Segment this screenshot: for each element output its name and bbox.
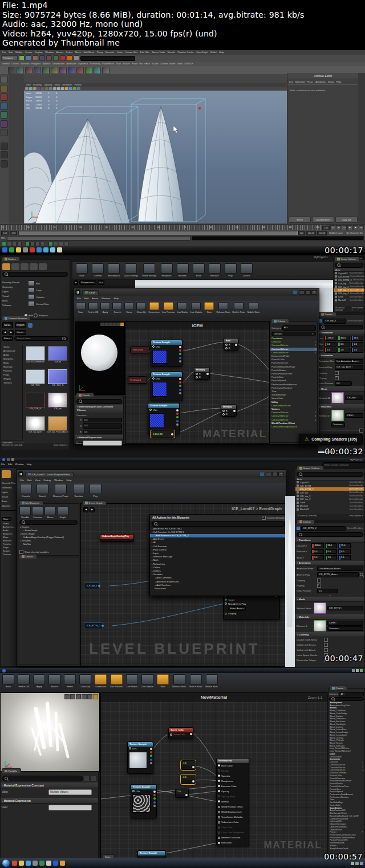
view-options-button[interactable]: View Options (352, 307, 363, 311)
maximize-button[interactable]: □ (272, 472, 278, 476)
z-field[interactable]: 1.0 (351, 348, 364, 353)
shelf-tool-icon[interactable] (25, 67, 33, 74)
shelf-tab[interactable]: Polygons (31, 62, 40, 66)
add-button[interactable]: Function (32, 507, 43, 519)
toolbar-button[interactable]: Connectors (148, 302, 160, 318)
category-dropdown[interactable]: All (282, 325, 316, 331)
toolbar-button[interactable]: Search (112, 302, 122, 318)
toolbar-button[interactable]: Stats (157, 674, 169, 691)
shelf-tab[interactable]: DMM (177, 62, 182, 66)
constant-value-field[interactable]: 0.5 (83, 423, 122, 429)
shelf-tab[interactable]: Curves (11, 62, 19, 66)
toolbar-button[interactable]: Release Stats (216, 302, 230, 318)
toolbar-button[interactable]: Marketplace (108, 263, 120, 278)
asset-thumbnail[interactable] (26, 416, 45, 431)
z-field[interactable]: 0.0 (351, 342, 364, 347)
material-dropdown[interactable]: ICEM (345, 413, 363, 418)
outliner-search-input[interactable] (335, 263, 363, 268)
asset-thumbnail[interactable] (26, 393, 45, 407)
constant-node[interactable]: 0.5 (181, 775, 196, 784)
wireframe-icon[interactable] (53, 87, 56, 91)
maya-menu-item[interactable]: File (2, 51, 6, 54)
modes-category[interactable]: Recently Placed (1, 480, 17, 485)
command-field[interactable] (80, 56, 135, 61)
snap-icon[interactable] (26, 55, 31, 61)
actor-row[interactable]: Mesh002StaticMeshActo (295, 508, 364, 511)
tray-icon[interactable] (356, 669, 359, 672)
geometry-placement-icon[interactable] (30, 263, 38, 270)
attribute-editor-button[interactable]: Load Attributes (312, 217, 334, 223)
menu-item[interactable]: Edit (84, 297, 88, 300)
folder-item[interactable]: Materials (1, 365, 22, 369)
maya-menu-item[interactable]: Mesh (75, 51, 81, 54)
snap-icon[interactable] (19, 55, 25, 61)
view-options-button[interactable]: View Options (349, 515, 363, 519)
modes-category[interactable]: Geometry (1, 284, 26, 289)
tray-icon[interactable] (360, 669, 363, 672)
minimize-button[interactable]: – (266, 472, 271, 476)
material-input-pin[interactable]: Metallic (217, 768, 249, 773)
materials-section-header[interactable]: Materials (295, 614, 364, 620)
context-sensitive-checkbox[interactable] (262, 516, 266, 520)
attribute-editor-menu-item[interactable]: List (289, 80, 293, 83)
shelf-tool-icon[interactable] (34, 67, 41, 74)
anim-layer-dropdown[interactable]: No Anim Layer (328, 231, 344, 235)
maya-menu-item[interactable]: Select (66, 51, 73, 54)
z-field[interactable]: 1.0 (338, 555, 351, 560)
scene-color-node[interactable]: Scene Color SceneColor (168, 727, 193, 739)
mesh-section-header[interactable]: Mesh (318, 386, 364, 392)
volumes-placement-icon[interactable] (39, 263, 47, 270)
x-field[interactable]: 1.0 (325, 348, 337, 353)
minimize-button[interactable]: – (299, 290, 305, 295)
palette-item[interactable]: ConstantScalingDistance (270, 425, 317, 429)
layout-four-icon[interactable] (1, 151, 8, 158)
add-button[interactable]: Macro (44, 507, 56, 519)
toolbar-button[interactable]: Play (90, 484, 102, 500)
y-field[interactable]: 0.0 (338, 342, 350, 347)
palette-search-input[interactable] (329, 697, 364, 702)
right-cone-mesh[interactable] (138, 107, 184, 222)
y-field[interactable]: 460.0 (338, 336, 350, 341)
shelf-tool-icon[interactable] (42, 67, 50, 74)
placeable-item[interactable]: Cone (27, 287, 69, 294)
taskbar-app-icon[interactable] (12, 861, 17, 866)
perspective-dropdown[interactable]: Perspective (79, 280, 96, 286)
viewport-menu-item[interactable]: Lighting (44, 83, 52, 86)
history-icon[interactable] (33, 55, 38, 61)
toolbar-button[interactable]: Built-In Stats (189, 674, 202, 691)
material-graph[interactable]: NewMaterial Zoom 1:1 Texture Sample UVs (100, 692, 327, 859)
attribute-editor-button[interactable]: Select (289, 217, 311, 223)
viewport-menu-item[interactable]: Show (54, 83, 60, 86)
event-node[interactable]: OnActorBeginOverlap(Trig (100, 534, 134, 542)
details-search-input[interactable] (76, 399, 122, 404)
toolbar-button[interactable]: Simulate (73, 484, 85, 500)
shaded-icon[interactable] (57, 87, 60, 91)
last-tool-icon[interactable] (1, 129, 8, 136)
start-button[interactable] (2, 669, 6, 673)
material-thumbnail[interactable] (314, 620, 326, 631)
taskbar-app-icon[interactable] (26, 861, 31, 866)
select-tool-icon[interactable] (1, 76, 8, 83)
layout-single-icon[interactable] (1, 142, 8, 150)
menu-item[interactable]: Help (113, 297, 119, 300)
menu-item[interactable]: Asset (92, 297, 98, 300)
shelf-tab[interactable]: Bullet (169, 62, 175, 66)
asset-thumbnail[interactable] (48, 416, 67, 431)
toolbar-button[interactable]: Connectors (95, 674, 107, 691)
asset-tab[interactable]: ICEM (82, 290, 99, 295)
cb-search-input[interactable]: Search Game (14, 336, 68, 341)
menu-item[interactable]: Debug (44, 479, 51, 482)
toolbar-button[interactable]: Find in CB (88, 302, 98, 318)
material-input-pin[interactable]: Subsurface Color (217, 820, 249, 825)
snap-grid-icon[interactable] (46, 55, 52, 61)
asset-item[interactable]: ICE_TILE_N (47, 369, 69, 392)
shelf-tool-icon[interactable] (68, 67, 75, 74)
x-field[interactable]: 0.0 (325, 342, 337, 347)
playback-end-field[interactable]: 120 (298, 231, 305, 235)
texture-sample-node[interactable]: Texture Sample UVs (131, 784, 157, 818)
outliner-search-input[interactable] (297, 472, 363, 477)
modes-category[interactable]: Visual (1, 494, 17, 499)
cube-preview-icon[interactable] (112, 323, 116, 326)
texture-sample-node[interactable]: Texture Sample (137, 850, 166, 858)
safe-title-icon[interactable] (49, 87, 52, 91)
